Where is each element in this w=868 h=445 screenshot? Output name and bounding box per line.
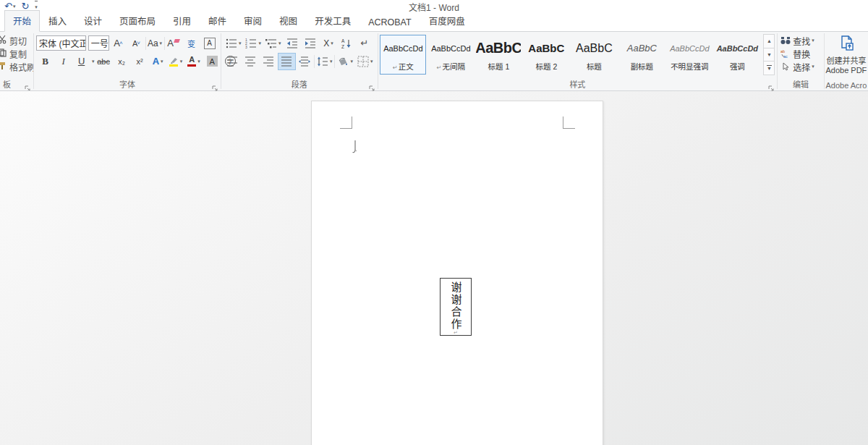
underline-icon: U [78, 56, 85, 67]
style-preview: AaBbCcDd [717, 35, 758, 61]
styles-dialog-launcher[interactable] [767, 82, 775, 89]
styles-gallery-scrollbar: ▲ ▼ ▼ [763, 34, 775, 75]
paragraph-end-mark: ↵ [454, 331, 458, 335]
select-button[interactable]: 选择▾ [780, 60, 822, 73]
find-button[interactable]: 查找▾ [780, 34, 822, 47]
asian-layout-button[interactable]: X▾ [320, 35, 338, 52]
show-hide-marks-button[interactable]: ↵ [356, 35, 374, 52]
paragraph-dialog-launcher[interactable] [368, 82, 375, 89]
grow-font-button[interactable]: A˄ [109, 35, 127, 52]
underline-button[interactable]: U [72, 53, 90, 70]
change-case-button[interactable]: Aa▾ [146, 35, 164, 52]
select-label: 选择 [793, 61, 810, 73]
gallery-more-button[interactable]: ▼ [763, 61, 775, 75]
bold-icon: B [42, 56, 48, 67]
tab-review[interactable]: 审阅 [235, 10, 271, 32]
align-center-button[interactable] [242, 53, 260, 70]
sort-button[interactable]: AZ [338, 35, 356, 52]
font-dialog-launcher[interactable] [211, 82, 218, 89]
style-subtitle[interactable]: AaBbC 副标题 [618, 35, 665, 75]
shading-button[interactable]: ▾ [335, 53, 355, 70]
tab-page-layout[interactable]: 页面布局 [111, 10, 164, 32]
phonetic-guide-button[interactable]: 变 [182, 35, 200, 52]
font-size-combobox[interactable]: 一号▾ [88, 35, 109, 51]
document-page[interactable]: 谢谢合作 ↵ [311, 101, 603, 445]
gallery-scroll-up-button[interactable]: ▲ [763, 34, 775, 48]
italic-button[interactable]: I [54, 53, 72, 70]
gallery-scroll-down-button[interactable]: ▼ [763, 48, 775, 62]
style-heading1[interactable]: AaBbC 标题 1 [475, 35, 522, 75]
tab-mailings[interactable]: 邮件 [200, 10, 235, 32]
multilevel-list-icon [265, 38, 277, 49]
style-no-spacing[interactable]: AaBbCcDd ↵无间隔 [427, 35, 474, 75]
style-title[interactable]: AaBbC 标题 [571, 35, 617, 75]
adobe-button-label-line2: Adobe PDF [825, 66, 867, 75]
chevron-down-icon: ▾ [370, 59, 373, 64]
tab-baidu-netdisk[interactable]: 百度网盘 [420, 10, 474, 32]
multilevel-list-button[interactable]: ▾ [263, 35, 284, 52]
style-preview: AaBbCcDd [431, 35, 470, 61]
align-right-button[interactable] [260, 53, 278, 70]
style-heading2[interactable]: AaBbC 标题 2 [523, 35, 569, 75]
numbering-button[interactable]: 123▾ [243, 35, 263, 52]
shrink-font-button[interactable]: A˅ [127, 35, 145, 52]
paragraph-mark-icon: ↵ [361, 38, 369, 48]
paragraph-group: ▾ 123▾ ▾ X▾ AZ ↵ [221, 32, 378, 90]
align-left-button[interactable] [224, 53, 242, 70]
character-shading-button[interactable]: A [203, 53, 221, 70]
chevron-down-icon: ▾ [239, 41, 242, 46]
text-box-content: 谢谢合作 [448, 279, 464, 331]
highlight-icon [169, 56, 179, 67]
margin-crop-mark-top-left [340, 116, 352, 129]
find-icon [780, 36, 791, 45]
copy-label: 复制 [9, 48, 27, 60]
format-painter-button[interactable]: 格式刷 [0, 60, 31, 73]
font-color-button[interactable]: A ▾ [185, 53, 203, 70]
clear-formatting-button[interactable]: A [164, 35, 182, 52]
subscript-button[interactable]: x₂ [113, 53, 131, 70]
text-effects-button[interactable]: A▾ [149, 53, 167, 70]
strikethrough-button[interactable]: abc [95, 53, 113, 70]
font-name-combobox[interactable]: 宋体 (中文正文▾ [36, 35, 86, 51]
justify-button[interactable] [278, 53, 296, 70]
vertical-text-box[interactable]: 谢谢合作 ↵ [440, 278, 472, 336]
strikethrough-icon: abc [97, 57, 110, 66]
copy-button[interactable]: 复制 [0, 47, 31, 60]
caret-down-icon: ˅ [137, 40, 140, 46]
style-preview: AaBbC [528, 35, 564, 61]
replace-button[interactable]: abac 替换 [780, 47, 822, 60]
style-normal[interactable]: AaBbCcDd ↵正文 [380, 35, 426, 75]
superscript-button[interactable]: x² [131, 53, 149, 70]
tab-home[interactable]: 开始 [4, 10, 40, 32]
bullets-button[interactable]: ▾ [224, 35, 244, 52]
style-label: 标题 2 [535, 62, 557, 71]
tab-developer[interactable]: 开发工具 [306, 10, 359, 32]
highlight-color-button[interactable]: ▾ [167, 53, 185, 70]
cut-button[interactable]: 剪切 [0, 34, 31, 47]
clipboard-dialog-launcher[interactable] [24, 82, 31, 89]
bold-button[interactable]: B [36, 53, 54, 70]
phonetic-guide-icon: 变 [187, 38, 195, 49]
styles-gallery: AaBbCcDd ↵正文 AaBbCcDd ↵无间隔 AaBbC 标题 1 Aa… [380, 34, 775, 75]
style-label: 标题 [587, 62, 602, 71]
sort-icon: AZ [341, 38, 352, 49]
tab-references[interactable]: 引用 [164, 10, 200, 32]
tab-design[interactable]: 设计 [75, 10, 111, 32]
decrease-indent-button[interactable] [284, 35, 302, 52]
create-share-adobe-pdf-button[interactable]: 创建并共享 Adobe PDF [827, 34, 866, 77]
style-subtle-emphasis[interactable]: AaBbCcDd 不明显强调 [666, 35, 712, 75]
style-label: 不明显强调 [671, 62, 709, 71]
increase-indent-button[interactable] [302, 35, 320, 52]
style-emphasis[interactable]: AaBbCcDd 强调 [714, 35, 760, 75]
line-spacing-button[interactable]: ▾ [315, 53, 335, 70]
distribute-button[interactable] [296, 53, 314, 70]
svg-text:ab: ab [780, 49, 785, 54]
tab-insert[interactable]: 插入 [40, 10, 75, 32]
tab-view[interactable]: 视图 [271, 10, 306, 32]
character-border-button[interactable]: A [200, 35, 218, 52]
italic-icon: I [61, 56, 64, 67]
chevron-down-icon: ▾ [350, 59, 353, 64]
borders-button[interactable]: ▾ [355, 53, 375, 70]
tab-acrobat[interactable]: ACROBAT [359, 14, 420, 32]
asian-layout-icon: X [323, 38, 329, 48]
